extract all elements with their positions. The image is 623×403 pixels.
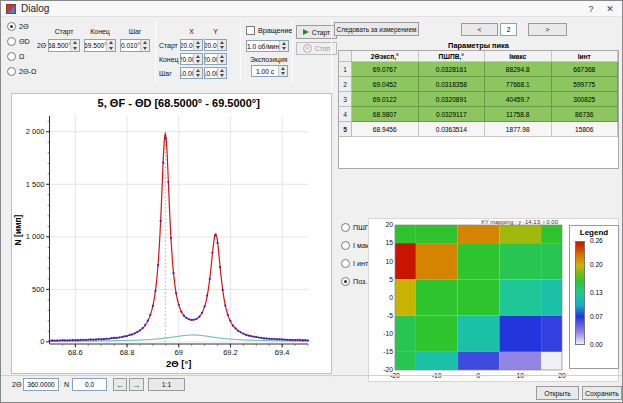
titlebar: Dialog: [1, 1, 622, 17]
svg-text:-5: -5: [387, 312, 393, 319]
stop-icon: ✕: [303, 44, 312, 53]
col-2theta: 2Θэксп,°: [352, 51, 419, 62]
rotation-speed-spinbox[interactable]: 1.0 об/мин: [246, 40, 289, 52]
theta-step-spinbox[interactable]: 0.010°: [120, 39, 150, 52]
separator: [1, 375, 622, 376]
spinner-icon[interactable]: [106, 40, 115, 51]
x-step-spinbox[interactable]: 10.00: [180, 67, 203, 79]
end-header: Конец: [84, 28, 116, 35]
separator: [240, 21, 241, 83]
svg-text:69: 69: [175, 348, 183, 357]
peak-index-input[interactable]: 2: [500, 23, 517, 36]
table-row[interactable]: 1 69.0767 0.0328161 88294.8 667368: [339, 62, 618, 77]
table-row-selected[interactable]: 5 68.9456 0.0363514 1877.98 15806: [339, 122, 618, 137]
radio-dot-icon: [7, 37, 16, 46]
svg-text:5, ΘF - ΘD [68.5000° - 69.5000: 5, ΘF - ΘD [68.5000° - 69.5000°]: [98, 97, 261, 109]
xy-start-label: Старт: [159, 42, 178, 49]
x-end-spinbox[interactable]: 20.00: [180, 53, 203, 65]
right-arrow-icon: →: [132, 380, 141, 390]
svg-text:15: 15: [385, 239, 393, 246]
start-header: Старт: [48, 28, 80, 35]
table-row[interactable]: 2 69.0452 0.0318358 77668.1 599775: [339, 77, 618, 92]
svg-text:-10: -10: [383, 330, 393, 337]
status-theta-field[interactable]: 360.0000: [23, 378, 59, 391]
help-button[interactable]: ?: [582, 1, 600, 16]
mode-radio-2theta[interactable]: 2Θ: [7, 22, 29, 31]
map-radio-iint[interactable]: I инт: [341, 259, 368, 268]
window-title: Dialog: [21, 3, 49, 14]
x-header: X: [180, 28, 203, 35]
exposure-spinbox[interactable]: 1.00 с: [251, 65, 288, 77]
svg-text:-20: -20: [383, 366, 393, 373]
open-button[interactable]: Открыть: [536, 386, 579, 400]
svg-text:2 000: 2 000: [26, 127, 45, 136]
mode-radio-omega[interactable]: Ω: [7, 52, 24, 61]
y-header: Y: [204, 28, 227, 35]
col-fwhm: ПШПВ,°: [419, 51, 486, 62]
next-peak-button[interactable]: >: [528, 23, 567, 36]
svg-text:20: 20: [385, 221, 393, 228]
scroll-right-button[interactable]: →: [129, 378, 144, 391]
xy-map-panel[interactable]: XY mapping : y -14.13; i 0.00 -20-100102…: [368, 218, 619, 382]
svg-text:1 500: 1 500: [26, 180, 45, 189]
y-step-spinbox[interactable]: 10.00: [204, 67, 227, 79]
mode-radio-thetad[interactable]: ΘD: [7, 37, 30, 46]
rotation-checkbox[interactable]: Вращение: [246, 26, 293, 35]
spinner-icon[interactable]: [140, 40, 149, 51]
zoom-1to1-button[interactable]: 1:1: [148, 378, 185, 391]
legend-box: Legend 0.26 0.20 0.13 0.07 0.00: [569, 225, 619, 369]
svg-text:0: 0: [40, 337, 44, 346]
y-end-spinbox[interactable]: 20.00: [204, 53, 227, 65]
step-header: Шаг: [120, 28, 150, 35]
spinner-icon[interactable]: [193, 54, 202, 64]
follow-measurement-button[interactable]: Следовать за измерением: [334, 22, 419, 36]
spinner-icon[interactable]: [217, 54, 226, 64]
theta-end-spinbox[interactable]: 69.500°: [84, 39, 116, 52]
y-start-spinbox[interactable]: -20.00: [204, 39, 227, 51]
spinner-icon[interactable]: [193, 68, 202, 78]
xy-end-label: Конец: [159, 56, 178, 63]
radio-dot-icon: [341, 223, 350, 232]
xy-step-label: Шаг: [159, 70, 172, 77]
spinner-icon[interactable]: [193, 40, 202, 50]
svg-text:N [имп]: N [имп]: [13, 214, 23, 245]
spinner-icon[interactable]: [70, 40, 79, 51]
checkbox-icon: [246, 26, 255, 35]
spinner-icon[interactable]: [217, 40, 226, 50]
table-row[interactable]: 3 69.0122 0.0320891 40459.7 300825: [339, 92, 618, 107]
save-button[interactable]: Сохранить: [582, 386, 622, 400]
spinner-icon[interactable]: [217, 68, 226, 78]
spinner-icon[interactable]: [278, 66, 287, 76]
peak-parameters-table: 2Θэксп,° ПШПВ,° Iмакс Iинт 1 69.0767 0.0…: [338, 50, 619, 169]
col-iint: Iинт: [552, 51, 619, 62]
xrd-chart[interactable]: 68.668.86969.269.405001 0001 5002 0005, …: [12, 94, 331, 373]
radio-dot-icon: [341, 241, 350, 250]
svg-text:68.8: 68.8: [120, 348, 135, 357]
separator: [292, 21, 293, 83]
close-button[interactable]: ✕: [601, 1, 619, 16]
table-header-row: 2Θэксп,° ПШПВ,° Iмакс Iинт: [339, 51, 618, 62]
svg-text:10: 10: [385, 258, 393, 265]
radio-dot-icon: [7, 67, 16, 76]
app-icon: [6, 4, 16, 14]
svg-text:0: 0: [389, 294, 393, 301]
status-n-label: N: [64, 381, 69, 388]
play-icon: [303, 29, 309, 35]
status-n-field[interactable]: 0.0: [72, 378, 107, 391]
spinner-icon[interactable]: [279, 41, 288, 51]
theta-start-spinbox[interactable]: 68.500°: [48, 39, 80, 52]
scroll-left-button[interactable]: ←: [113, 378, 127, 391]
svg-text:2Θ [°]: 2Θ [°]: [166, 358, 191, 369]
radio-dot-icon: [341, 277, 350, 286]
dialog-window: Dialog ? ✕ 2Θ ΘD Ω 2Θ-Ω Старт Конец Шаг …: [0, 0, 623, 403]
legend-title: Legend: [570, 228, 618, 237]
radio-dot-icon: [7, 52, 16, 61]
table-row[interactable]: 4 68.9807 0.0329117 11758.8 86736: [339, 107, 618, 122]
separator: [155, 21, 156, 83]
mode-radio-2theta-omega[interactable]: 2Θ-Ω: [7, 67, 36, 76]
prev-peak-button[interactable]: <: [461, 23, 498, 36]
x-start-spinbox[interactable]: -20.00: [180, 39, 203, 51]
xrd-chart-panel[interactable]: 68.668.86969.269.405001 0001 5002 0005, …: [11, 93, 332, 374]
svg-text:68.6: 68.6: [68, 348, 83, 357]
svg-text:69.2: 69.2: [223, 348, 238, 357]
